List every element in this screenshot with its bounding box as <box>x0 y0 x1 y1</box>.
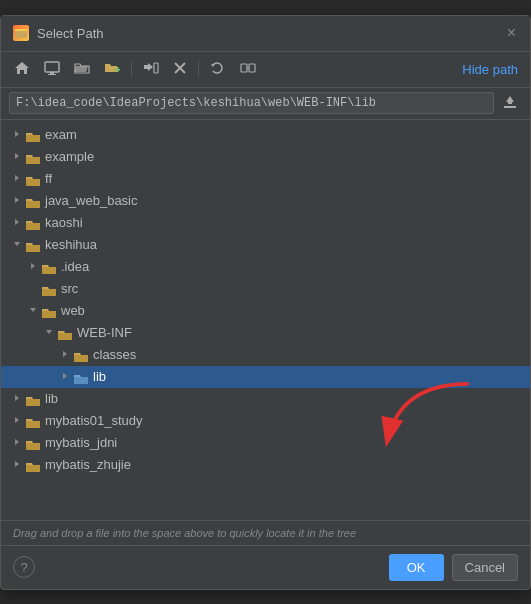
open-folder-icon <box>74 61 90 78</box>
tree-arrow-web[interactable] <box>25 306 41 316</box>
refresh-button[interactable] <box>205 58 231 81</box>
tree-item-webinf[interactable]: WEB-INF <box>1 322 530 344</box>
svg-marker-3 <box>15 62 29 74</box>
delete-button[interactable] <box>168 58 192 81</box>
tree-item-lib2[interactable]: lib <box>1 388 530 410</box>
folder-icon-ff <box>25 173 41 185</box>
tree-arrow-lib2[interactable] <box>9 394 25 404</box>
desktop-icon <box>44 61 60 78</box>
tree-item-lib[interactable]: lib <box>1 366 530 388</box>
tree-arrow-mybatis_zhujie[interactable] <box>9 460 25 470</box>
toolbar-buttons <box>9 58 261 81</box>
svg-rect-44 <box>26 421 40 428</box>
tree-item-mybatis_zhujie[interactable]: mybatis_zhujie <box>1 454 530 476</box>
open-folder-button[interactable] <box>69 58 95 81</box>
tree-label-web: web <box>61 303 530 318</box>
toolbar: Hide path <box>1 52 530 88</box>
svg-rect-6 <box>48 74 56 75</box>
tree-label-kaoshi: kaoshi <box>45 215 530 230</box>
tree-label-exam: exam <box>45 127 530 142</box>
tree-arrow-classes[interactable] <box>57 350 73 360</box>
svg-rect-48 <box>26 465 40 472</box>
svg-marker-39 <box>63 373 67 379</box>
folder-icon-example <box>25 151 41 163</box>
tree-item-src[interactable]: src <box>1 278 530 300</box>
file-tree[interactable]: exam example ff java_web_basic kaoshi ke… <box>1 120 530 520</box>
svg-marker-47 <box>15 461 19 467</box>
tree-item-idea[interactable]: .idea <box>1 256 530 278</box>
tree-item-kaoshi[interactable]: kaoshi <box>1 212 530 234</box>
title-left: Select Path <box>13 25 104 41</box>
tree-arrow-lib[interactable] <box>57 372 73 382</box>
tree-item-mybatis_jdni[interactable]: mybatis_jdni <box>1 432 530 454</box>
tree-arrow-mybatis_jdni[interactable] <box>9 438 25 448</box>
help-button[interactable]: ? <box>13 556 35 578</box>
tree-arrow-example[interactable] <box>9 152 25 162</box>
tree-label-classes: classes <box>93 347 530 362</box>
close-button[interactable]: × <box>505 25 518 41</box>
svg-marker-37 <box>63 351 67 357</box>
new-folder-button[interactable] <box>99 58 125 81</box>
title-bar: Select Path × <box>1 16 530 52</box>
svg-marker-41 <box>15 395 19 401</box>
tree-label-mybatis_zhujie: mybatis_zhujie <box>45 457 530 472</box>
tree-label-mybatis_jdni: mybatis_jdni <box>45 435 530 450</box>
app-icon <box>13 25 29 41</box>
tree-arrow-keshihua[interactable] <box>9 240 25 250</box>
tree-item-example[interactable]: example <box>1 146 530 168</box>
tree-arrow-webinf[interactable] <box>41 328 57 338</box>
refresh-icon <box>210 61 226 78</box>
svg-marker-35 <box>46 330 52 334</box>
svg-rect-14 <box>249 64 255 72</box>
folder-icon-lib <box>73 371 89 383</box>
tree-item-keshihua[interactable]: keshihua <box>1 234 530 256</box>
path-input[interactable] <box>9 92 494 114</box>
path-confirm-button[interactable] <box>498 92 522 115</box>
svg-rect-8 <box>117 67 119 72</box>
link-icon <box>240 61 256 78</box>
tree-label-keshihua: keshihua <box>45 237 530 252</box>
svg-rect-31 <box>42 267 56 274</box>
tree-label-src: src <box>61 281 530 296</box>
tree-item-mybatis01_study[interactable]: mybatis01_study <box>1 410 530 432</box>
move-button[interactable] <box>138 58 164 81</box>
tree-item-ff[interactable]: ff <box>1 168 530 190</box>
tree-arrow-mybatis01_study[interactable] <box>9 416 25 426</box>
tree-item-exam[interactable]: exam <box>1 124 530 146</box>
action-buttons: OK Cancel <box>389 554 518 581</box>
home-icon <box>14 61 30 78</box>
svg-marker-45 <box>15 439 19 445</box>
home-button[interactable] <box>9 58 35 81</box>
separator-1 <box>131 61 132 77</box>
folder-icon-webinf <box>57 327 73 339</box>
tree-arrow-kaoshi[interactable] <box>9 218 25 228</box>
svg-rect-1 <box>15 31 27 38</box>
svg-rect-27 <box>26 223 40 230</box>
tree-arrow-idea[interactable] <box>25 262 41 272</box>
ok-button[interactable]: OK <box>389 554 444 581</box>
desktop-button[interactable] <box>39 58 65 81</box>
tree-item-java_web_basic[interactable]: java_web_basic <box>1 190 530 212</box>
tree-arrow-ff[interactable] <box>9 174 25 184</box>
tree-item-classes[interactable]: classes <box>1 344 530 366</box>
hint-bar: Drag and drop a file into the space abov… <box>1 520 530 545</box>
tree-arrow-exam[interactable] <box>9 130 25 140</box>
tree-label-mybatis01_study: mybatis01_study <box>45 413 530 428</box>
dialog-title: Select Path <box>37 26 104 41</box>
svg-rect-32 <box>42 289 56 296</box>
folder-icon-src <box>41 283 57 295</box>
svg-rect-13 <box>241 64 247 72</box>
tree-item-web[interactable]: web <box>1 300 530 322</box>
svg-rect-16 <box>504 106 516 108</box>
folder-icon-classes <box>73 349 89 361</box>
folder-icon-idea <box>41 261 57 273</box>
hide-path-button[interactable]: Hide path <box>458 60 522 79</box>
select-path-dialog: Select Path × <box>0 15 531 590</box>
svg-rect-9 <box>154 63 158 73</box>
tree-arrow-java_web_basic[interactable] <box>9 196 25 206</box>
folder-icon-exam <box>25 129 41 141</box>
tree-label-java_web_basic: java_web_basic <box>45 193 530 208</box>
cancel-button[interactable]: Cancel <box>452 554 518 581</box>
link-button[interactable] <box>235 58 261 81</box>
svg-rect-38 <box>74 355 88 362</box>
